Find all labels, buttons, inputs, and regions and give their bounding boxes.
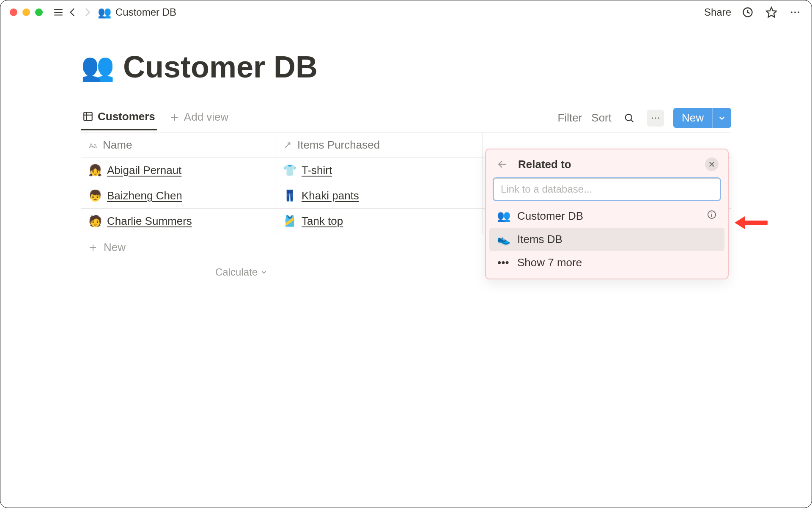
column-header-items[interactable]: Items Purchased xyxy=(275,133,483,158)
cell-name[interactable]: 🧑 Charlie Summers xyxy=(81,209,275,234)
search-icon[interactable] xyxy=(621,110,638,127)
popup-show-more[interactable]: ••• Show 7 more xyxy=(489,251,724,274)
cell-items-text: T-shirt xyxy=(302,164,332,177)
view-more-icon[interactable] xyxy=(647,110,664,127)
popup-title: Related to xyxy=(518,158,571,171)
database-views-bar: Customers Add view Filter Sort New xyxy=(81,108,731,133)
cell-name-text: Charlie Summers xyxy=(107,215,192,228)
column-header-name-label: Name xyxy=(103,138,132,152)
option-icon: 👥 xyxy=(497,210,510,223)
row-avatar-icon: 👧 xyxy=(88,164,102,177)
popup-option-items-db[interactable]: 👟 Items DB xyxy=(489,228,724,251)
page-title-text[interactable]: Customer DB xyxy=(123,50,318,84)
annotation-arrow-icon xyxy=(734,212,768,235)
cell-items-text: Tank top xyxy=(302,215,343,228)
window-zoom-dot[interactable] xyxy=(35,8,43,16)
svg-point-6 xyxy=(794,11,796,13)
calculate-label: Calculate xyxy=(215,266,258,278)
item-emoji-icon: 👕 xyxy=(283,164,296,177)
window-traffic-lights xyxy=(10,8,43,16)
option-label: Customer DB xyxy=(517,210,583,223)
svg-line-14 xyxy=(631,120,633,122)
favorite-star-icon[interactable] xyxy=(764,5,779,19)
filter-button[interactable]: Filter xyxy=(558,111,582,124)
svg-marker-4 xyxy=(766,7,776,17)
svg-point-27 xyxy=(711,213,712,213)
cell-name-text: Abigail Pernaut xyxy=(107,164,181,177)
cell-name-text: Baizheng Chen xyxy=(107,189,182,202)
item-emoji-icon: 🎽 xyxy=(283,215,296,228)
sort-button[interactable]: Sort xyxy=(591,111,612,124)
option-label: Items DB xyxy=(517,233,562,246)
svg-point-5 xyxy=(791,11,793,13)
popup-option-customer-db[interactable]: 👥 Customer DB xyxy=(489,204,724,228)
relation-popup: Related to 👥 Customer DB 👟 Items DB ••• … xyxy=(485,149,729,279)
row-avatar-icon: 👦 xyxy=(88,189,102,202)
window-close-dot[interactable] xyxy=(10,8,17,16)
breadcrumb-icon: 👥 xyxy=(98,6,111,19)
calculate-button[interactable]: Calculate xyxy=(81,261,275,283)
popup-search xyxy=(494,178,720,200)
window-minimize-dot[interactable] xyxy=(22,8,30,16)
svg-point-17 xyxy=(658,117,659,119)
new-button-dropdown[interactable] xyxy=(712,108,731,128)
cell-items[interactable]: 🎽 Tank top xyxy=(275,209,483,234)
cell-name[interactable]: 👦 Baizheng Chen xyxy=(81,183,275,208)
nav-back-icon[interactable] xyxy=(66,5,80,19)
page-title: 👥 Customer DB xyxy=(81,50,731,84)
link-database-input[interactable] xyxy=(494,178,720,200)
svg-text:Aa: Aa xyxy=(89,142,97,149)
cell-items-text: Khaki pants xyxy=(302,189,359,202)
svg-point-7 xyxy=(798,11,799,13)
svg-line-19 xyxy=(285,143,290,147)
svg-point-13 xyxy=(625,114,632,120)
svg-marker-29 xyxy=(735,216,745,229)
page-title-icon[interactable]: 👥 xyxy=(81,51,115,83)
nav-forward-icon xyxy=(80,5,94,19)
tab-label: Customers xyxy=(98,110,155,123)
add-row-label: New xyxy=(104,241,126,254)
info-icon[interactable] xyxy=(707,210,717,223)
svg-point-16 xyxy=(655,117,656,119)
breadcrumb[interactable]: 👥 Customer DB xyxy=(98,6,176,19)
item-emoji-icon: 👖 xyxy=(283,189,296,202)
popup-options: 👥 Customer DB 👟 Items DB ••• Show 7 more xyxy=(489,204,724,274)
more-icon[interactable] xyxy=(788,5,802,19)
new-button-label: New xyxy=(673,108,712,128)
popup-close-icon[interactable] xyxy=(705,157,719,171)
view-controls: Filter Sort New xyxy=(558,108,731,132)
option-icon: 👟 xyxy=(497,233,510,246)
tab-customers[interactable]: Customers xyxy=(81,110,157,130)
hamburger-icon[interactable] xyxy=(51,5,66,19)
column-header-name[interactable]: Aa Name xyxy=(81,133,275,158)
add-view-label: Add view xyxy=(184,110,229,124)
popup-header: Related to xyxy=(489,155,724,177)
add-view-button[interactable]: Add view xyxy=(170,110,229,130)
column-header-items-label: Items Purchased xyxy=(297,138,380,152)
new-button[interactable]: New xyxy=(673,108,731,128)
topbar-actions: Share xyxy=(704,5,802,19)
updates-icon[interactable] xyxy=(741,5,755,19)
cell-items[interactable]: 👖 Khaki pants xyxy=(275,183,483,208)
cell-items[interactable]: 👕 T-shirt xyxy=(275,158,483,183)
chevron-down-icon xyxy=(260,268,268,276)
window-topbar: 👥 Customer DB Share xyxy=(0,0,812,24)
breadcrumb-title: Customer DB xyxy=(115,6,176,18)
cell-name[interactable]: 👧 Abigail Pernaut xyxy=(81,158,275,183)
show-more-label: Show 7 more xyxy=(517,256,582,269)
popup-back-icon[interactable] xyxy=(495,157,510,171)
svg-point-15 xyxy=(652,117,653,119)
ellipsis-icon: ••• xyxy=(497,256,510,269)
svg-rect-8 xyxy=(84,112,92,121)
row-avatar-icon: 🧑 xyxy=(88,215,102,228)
share-button[interactable]: Share xyxy=(704,6,731,18)
